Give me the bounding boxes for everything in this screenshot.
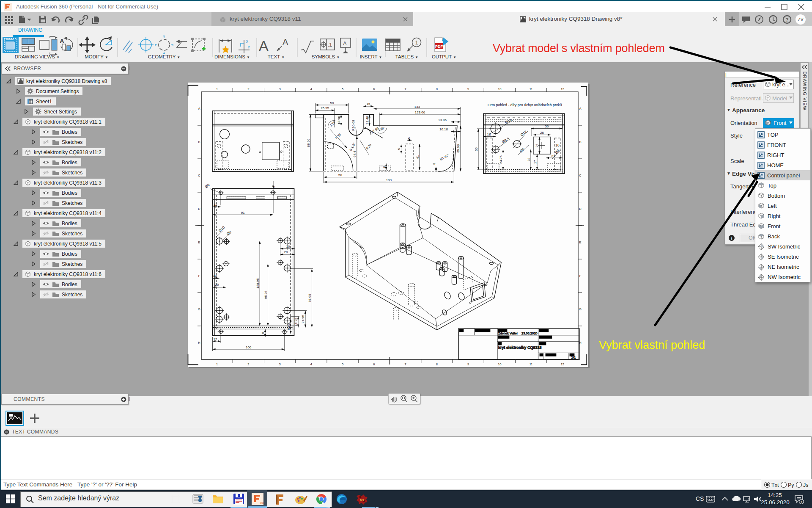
svg-text:3: 3 [279, 87, 281, 91]
svg-text:9: 9 [467, 362, 469, 366]
svg-text:2: 2 [408, 136, 410, 140]
svg-text:5: 5 [397, 148, 401, 150]
svg-text:20: 20 [215, 283, 219, 287]
svg-text:91: 91 [241, 211, 245, 215]
svg-text:24.75: 24.75 [499, 155, 503, 164]
svg-text:Py: Py [788, 482, 794, 488]
svg-text:kryt elektroniky CQ9318: kryt elektroniky CQ9318 [498, 345, 542, 350]
svg-text:4: 4 [310, 87, 312, 91]
svg-text:123.06: 123.06 [415, 110, 425, 114]
svg-text:17: 17 [533, 160, 537, 164]
svg-text:11: 11 [529, 87, 533, 91]
svg-text:.1: .1 [328, 42, 332, 48]
svg-text:Js: Js [803, 482, 809, 488]
svg-text:G: G [579, 307, 582, 311]
svg-text:10.18: 10.18 [439, 127, 448, 131]
svg-text:X: X [246, 39, 249, 44]
svg-text:64.4: 64.4 [353, 151, 357, 157]
svg-text:A: A [343, 40, 347, 47]
svg-text:69.98: 69.98 [457, 144, 461, 153]
svg-text:5: 5 [342, 362, 343, 366]
svg-text:1: 1 [216, 87, 218, 91]
svg-text:R10.68: R10.68 [351, 120, 355, 131]
svg-text:A: A [198, 107, 200, 110]
svg-text:7: 7 [405, 362, 406, 366]
svg-text:9: 9 [467, 87, 469, 91]
svg-text:9.95: 9.95 [287, 323, 291, 330]
svg-text:A: A [60, 37, 64, 44]
svg-text:50: 50 [545, 124, 549, 128]
svg-text:95.95: 95.95 [264, 290, 268, 299]
svg-text:E: E [198, 240, 200, 244]
svg-text:12: 12 [561, 87, 564, 91]
svg-text:10: 10 [213, 274, 217, 278]
svg-text:Txt: Txt [771, 482, 779, 488]
svg-text:1: 1 [801, 500, 803, 504]
svg-text:G: G [198, 307, 200, 311]
svg-text:24.95: 24.95 [302, 315, 305, 323]
svg-text:55: 55 [475, 147, 478, 151]
svg-text:C: C [198, 174, 200, 177]
svg-text:3: 3 [279, 362, 281, 366]
svg-text:15: 15 [367, 102, 370, 106]
svg-text:50: 50 [330, 101, 334, 105]
svg-text:128.95: 128.95 [256, 278, 260, 289]
svg-text:21.48: 21.48 [365, 116, 369, 124]
svg-text:106: 106 [246, 345, 252, 349]
svg-text:7: 7 [405, 87, 406, 91]
svg-text:6: 6 [261, 332, 265, 334]
svg-text:64: 64 [360, 498, 364, 502]
svg-text:Zdenek Valter: Zdenek Valter [498, 331, 518, 335]
svg-text:1/1: 1/1 [571, 356, 576, 359]
svg-text:360: 360 [260, 502, 263, 504]
svg-text:133: 133 [414, 105, 420, 109]
svg-text:B: B [198, 140, 200, 144]
svg-text:A: A [579, 107, 581, 110]
svg-text:C: C [579, 174, 582, 177]
svg-text:i: i [731, 235, 732, 240]
svg-text:18: 18 [487, 133, 491, 136]
svg-text:87.95: 87.95 [308, 294, 312, 303]
svg-text:15.95: 15.95 [294, 318, 298, 326]
svg-text:18.98: 18.98 [337, 116, 341, 124]
svg-text:23.06.2020: 23.06.2020 [521, 331, 538, 335]
svg-text:Orto pohled - díry pro úchyt o: Orto pohled - díry pro úchyt ovládacích … [488, 103, 562, 107]
svg-text:D: D [198, 207, 200, 211]
svg-text:B: B [579, 140, 581, 144]
svg-text:193: 193 [386, 178, 392, 182]
svg-text:Y: Y [247, 45, 250, 50]
svg-text:5: 5 [342, 87, 343, 91]
svg-text:13.06: 13.06 [438, 118, 447, 122]
svg-text:10: 10 [498, 362, 501, 366]
svg-text:12: 12 [561, 362, 564, 366]
svg-text:E: E [579, 240, 581, 244]
svg-text:26: 26 [540, 131, 544, 135]
svg-text:88.56: 88.56 [307, 138, 310, 147]
svg-text:50: 50 [338, 173, 342, 177]
svg-text:10: 10 [498, 87, 501, 91]
svg-text:H: H [198, 341, 200, 345]
svg-text:16: 16 [555, 143, 560, 147]
svg-text:ZV: ZV [798, 17, 803, 22]
svg-text:1: 1 [415, 40, 418, 46]
svg-text:F: F [579, 274, 582, 278]
svg-text:6: 6 [373, 362, 375, 366]
svg-text:A: A [259, 38, 269, 54]
svg-text:20: 20 [284, 250, 288, 254]
svg-text:26: 26 [535, 144, 539, 147]
svg-text:D: D [579, 207, 582, 211]
svg-text:1: 1 [216, 362, 218, 366]
svg-text:21: 21 [551, 154, 555, 158]
svg-text:3: 3 [432, 163, 436, 165]
svg-text:11: 11 [529, 362, 533, 366]
svg-text:A: A [283, 37, 288, 47]
svg-text:6: 6 [373, 87, 375, 91]
svg-text:F: F [198, 274, 200, 278]
svg-text:8: 8 [382, 166, 386, 168]
svg-text:2: 2 [247, 87, 249, 91]
svg-text:?: ? [785, 17, 788, 23]
svg-text:12: 12 [214, 203, 217, 207]
svg-text:PDF: PDF [435, 44, 443, 49]
svg-text:8: 8 [436, 87, 438, 91]
svg-text:41: 41 [416, 155, 420, 159]
